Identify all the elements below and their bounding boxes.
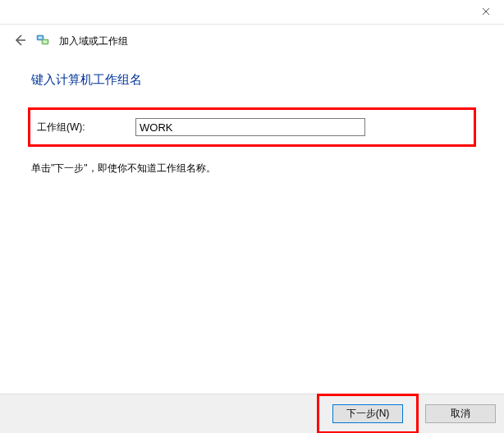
back-arrow-icon: [13, 34, 26, 49]
next-button[interactable]: 下一步(N): [332, 404, 403, 423]
wizard-footer: 下一步(N) 取消: [0, 394, 504, 433]
page-heading: 键入计算机工作组名: [28, 72, 476, 88]
workgroup-row: 工作组(W):: [28, 107, 476, 147]
close-button[interactable]: [467, 0, 504, 24]
cancel-button[interactable]: 取消: [425, 404, 496, 423]
network-computers-icon: [36, 34, 51, 48]
workgroup-label: 工作组(W):: [37, 121, 111, 134]
wizard-title: 加入域或工作组: [59, 34, 128, 48]
wizard-content: 键入计算机工作组名 工作组(W): 单击"下一步"，即使你不知道工作组名称。: [0, 54, 504, 175]
close-icon: [482, 7, 490, 18]
svg-rect-2: [39, 37, 43, 39]
back-button[interactable]: [11, 33, 28, 49]
next-highlight: 下一步(N): [317, 394, 419, 433]
workgroup-input[interactable]: [135, 118, 365, 136]
title-bar: [0, 0, 504, 25]
wizard-header: 加入域或工作组: [0, 25, 504, 54]
hint-text: 单击"下一步"，即使你不知道工作组名称。: [28, 162, 476, 175]
svg-rect-3: [44, 41, 48, 43]
